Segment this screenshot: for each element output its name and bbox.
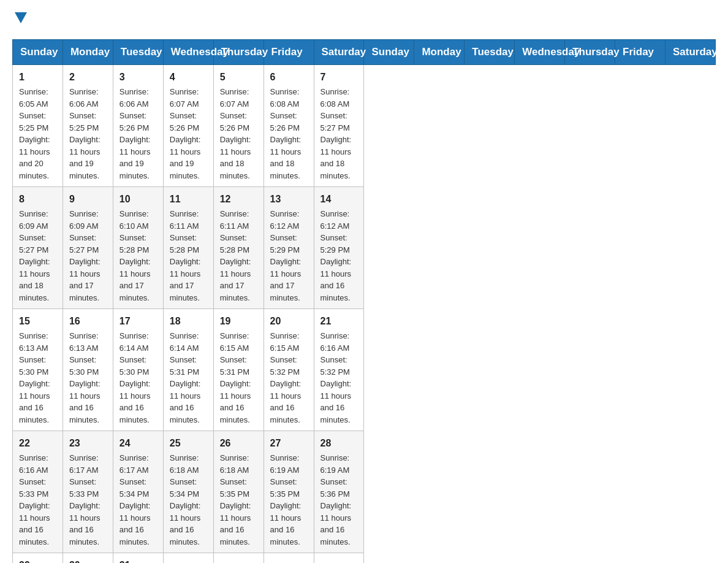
sunset-info: Sunset: 5:30 PM bbox=[19, 355, 48, 377]
sunset-info: Sunset: 5:26 PM bbox=[220, 111, 249, 132]
calendar-day-cell: 11 Sunrise: 6:11 AM Sunset: 5:28 PM Dayl… bbox=[163, 187, 213, 309]
day-of-week-header: Saturday bbox=[665, 40, 715, 65]
sunrise-info: Sunrise: 6:18 AM bbox=[220, 453, 249, 475]
daylight-info: Daylight: 11 hours and 16 minutes. bbox=[270, 379, 301, 424]
daylight-info: Daylight: 11 hours and 19 minutes. bbox=[119, 135, 151, 180]
day-number: 15 bbox=[19, 314, 56, 329]
day-number: 6 bbox=[270, 70, 308, 85]
daylight-info: Daylight: 11 hours and 18 minutes. bbox=[270, 135, 301, 180]
sunrise-info: Sunrise: 6:18 AM bbox=[170, 453, 199, 475]
calendar-day-cell: 1 Sunrise: 6:05 AM Sunset: 5:25 PM Dayli… bbox=[13, 65, 63, 187]
calendar-day-cell: 10 Sunrise: 6:10 AM Sunset: 5:28 PM Dayl… bbox=[113, 187, 163, 309]
day-number: 28 bbox=[320, 436, 358, 451]
sunrise-info: Sunrise: 6:17 AM bbox=[69, 453, 99, 475]
day-of-week-header: Wednesday bbox=[163, 40, 213, 65]
day-of-week-header: Friday bbox=[615, 40, 665, 65]
sunrise-info: Sunrise: 6:10 AM bbox=[119, 209, 149, 231]
sunrise-info: Sunrise: 6:16 AM bbox=[19, 453, 48, 475]
day-number: 22 bbox=[19, 436, 56, 451]
sunset-info: Sunset: 5:26 PM bbox=[170, 111, 199, 132]
calendar-day-cell: 18 Sunrise: 6:14 AM Sunset: 5:31 PM Dayl… bbox=[163, 309, 213, 431]
sunset-info: Sunset: 5:28 PM bbox=[220, 233, 249, 255]
calendar-day-cell: 13 Sunrise: 6:12 AM Sunset: 5:29 PM Dayl… bbox=[264, 187, 314, 309]
day-number: 27 bbox=[270, 436, 308, 451]
sunset-info: Sunset: 5:27 PM bbox=[19, 233, 48, 255]
daylight-info: Daylight: 11 hours and 16 minutes. bbox=[19, 379, 50, 424]
sunset-info: Sunset: 5:30 PM bbox=[119, 355, 149, 377]
calendar-day-cell: 20 Sunrise: 6:15 AM Sunset: 5:32 PM Dayl… bbox=[264, 309, 314, 431]
day-number: 14 bbox=[320, 192, 358, 207]
sunset-info: Sunset: 5:36 PM bbox=[320, 477, 350, 499]
day-of-week-header: Tuesday bbox=[464, 40, 515, 65]
sunset-info: Sunset: 5:34 PM bbox=[170, 477, 199, 499]
day-number: 13 bbox=[270, 192, 308, 207]
day-number: 18 bbox=[170, 314, 207, 329]
day-number: 29 bbox=[19, 558, 56, 563]
sunset-info: Sunset: 5:28 PM bbox=[170, 233, 199, 255]
calendar-week-row: 8 Sunrise: 6:09 AM Sunset: 5:27 PM Dayli… bbox=[13, 187, 716, 309]
sunrise-info: Sunrise: 6:11 AM bbox=[170, 209, 199, 231]
day-number: 21 bbox=[320, 314, 358, 329]
day-number: 12 bbox=[220, 192, 257, 207]
sunrise-info: Sunrise: 6:06 AM bbox=[119, 87, 149, 109]
sunset-info: Sunset: 5:31 PM bbox=[220, 355, 249, 377]
day-number: 9 bbox=[69, 192, 107, 207]
sunrise-info: Sunrise: 6:09 AM bbox=[69, 209, 99, 231]
sunrise-info: Sunrise: 6:13 AM bbox=[69, 331, 99, 353]
calendar-day-cell: 23 Sunrise: 6:17 AM Sunset: 5:33 PM Dayl… bbox=[63, 431, 113, 553]
day-of-week-header: Monday bbox=[63, 40, 113, 65]
calendar-week-row: 15 Sunrise: 6:13 AM Sunset: 5:30 PM Dayl… bbox=[13, 309, 716, 431]
day-number: 19 bbox=[220, 314, 257, 329]
calendar-day-cell: 3 Sunrise: 6:06 AM Sunset: 5:26 PM Dayli… bbox=[113, 65, 163, 187]
daylight-info: Daylight: 11 hours and 16 minutes. bbox=[119, 501, 151, 546]
daylight-info: Daylight: 11 hours and 17 minutes. bbox=[220, 257, 251, 302]
calendar-day-cell: 31 Sunrise: 6:20 AM Sunset: 5:38 PM Dayl… bbox=[113, 553, 163, 564]
logo bbox=[12, 12, 27, 27]
svg-marker-0 bbox=[15, 12, 27, 23]
daylight-info: Daylight: 11 hours and 16 minutes. bbox=[320, 501, 352, 546]
day-of-week-header: Friday bbox=[264, 40, 314, 65]
calendar-day-cell: 4 Sunrise: 6:07 AM Sunset: 5:26 PM Dayli… bbox=[163, 65, 213, 187]
daylight-info: Daylight: 11 hours and 20 minutes. bbox=[19, 135, 50, 180]
sunrise-info: Sunrise: 6:17 AM bbox=[119, 453, 149, 475]
day-number: 4 bbox=[170, 70, 207, 85]
sunset-info: Sunset: 5:35 PM bbox=[220, 477, 249, 499]
day-number: 20 bbox=[270, 314, 308, 329]
calendar-day-cell: 9 Sunrise: 6:09 AM Sunset: 5:27 PM Dayli… bbox=[63, 187, 113, 309]
calendar-week-row: 1 Sunrise: 6:05 AM Sunset: 5:25 PM Dayli… bbox=[13, 65, 716, 187]
sunset-info: Sunset: 5:26 PM bbox=[119, 111, 149, 132]
day-number: 3 bbox=[119, 70, 157, 85]
sunrise-info: Sunrise: 6:08 AM bbox=[320, 87, 350, 109]
day-number: 7 bbox=[320, 70, 358, 85]
calendar-day-cell: 22 Sunrise: 6:16 AM Sunset: 5:33 PM Dayl… bbox=[13, 431, 63, 553]
calendar-day-cell: 5 Sunrise: 6:07 AM Sunset: 5:26 PM Dayli… bbox=[213, 65, 264, 187]
sunset-info: Sunset: 5:33 PM bbox=[69, 477, 99, 499]
day-number: 17 bbox=[119, 314, 157, 329]
calendar-day-cell: 27 Sunrise: 6:19 AM Sunset: 5:35 PM Dayl… bbox=[264, 431, 314, 553]
sunrise-info: Sunrise: 6:15 AM bbox=[270, 331, 300, 353]
daylight-info: Daylight: 11 hours and 16 minutes. bbox=[19, 501, 50, 546]
calendar-day-cell: 6 Sunrise: 6:08 AM Sunset: 5:26 PM Dayli… bbox=[264, 65, 314, 187]
daylight-info: Daylight: 11 hours and 16 minutes. bbox=[220, 501, 251, 546]
calendar-day-cell bbox=[314, 553, 364, 564]
sunset-info: Sunset: 5:27 PM bbox=[69, 233, 99, 255]
sunrise-info: Sunrise: 6:06 AM bbox=[69, 87, 99, 109]
daylight-info: Daylight: 11 hours and 16 minutes. bbox=[220, 379, 251, 424]
sunset-info: Sunset: 5:29 PM bbox=[320, 233, 350, 255]
calendar-day-cell bbox=[213, 553, 264, 564]
calendar-day-cell: 21 Sunrise: 6:16 AM Sunset: 5:32 PM Dayl… bbox=[314, 309, 364, 431]
daylight-info: Daylight: 11 hours and 16 minutes. bbox=[69, 379, 100, 424]
calendar-day-cell: 19 Sunrise: 6:15 AM Sunset: 5:31 PM Dayl… bbox=[213, 309, 264, 431]
calendar-day-cell: 24 Sunrise: 6:17 AM Sunset: 5:34 PM Dayl… bbox=[113, 431, 163, 553]
sunset-info: Sunset: 5:25 PM bbox=[19, 111, 48, 132]
calendar-day-cell: 29 Sunrise: 6:20 AM Sunset: 5:37 PM Dayl… bbox=[13, 553, 63, 564]
calendar-day-cell: 26 Sunrise: 6:18 AM Sunset: 5:35 PM Dayl… bbox=[213, 431, 264, 553]
sunrise-info: Sunrise: 6:05 AM bbox=[19, 87, 48, 109]
sunrise-info: Sunrise: 6:14 AM bbox=[170, 331, 199, 353]
daylight-info: Daylight: 11 hours and 17 minutes. bbox=[270, 257, 301, 302]
sunset-info: Sunset: 5:27 PM bbox=[320, 111, 350, 132]
daylight-info: Daylight: 11 hours and 19 minutes. bbox=[69, 135, 100, 180]
calendar-day-cell: 8 Sunrise: 6:09 AM Sunset: 5:27 PM Dayli… bbox=[13, 187, 63, 309]
calendar-day-cell: 12 Sunrise: 6:11 AM Sunset: 5:28 PM Dayl… bbox=[213, 187, 264, 309]
sunset-info: Sunset: 5:33 PM bbox=[19, 477, 48, 499]
